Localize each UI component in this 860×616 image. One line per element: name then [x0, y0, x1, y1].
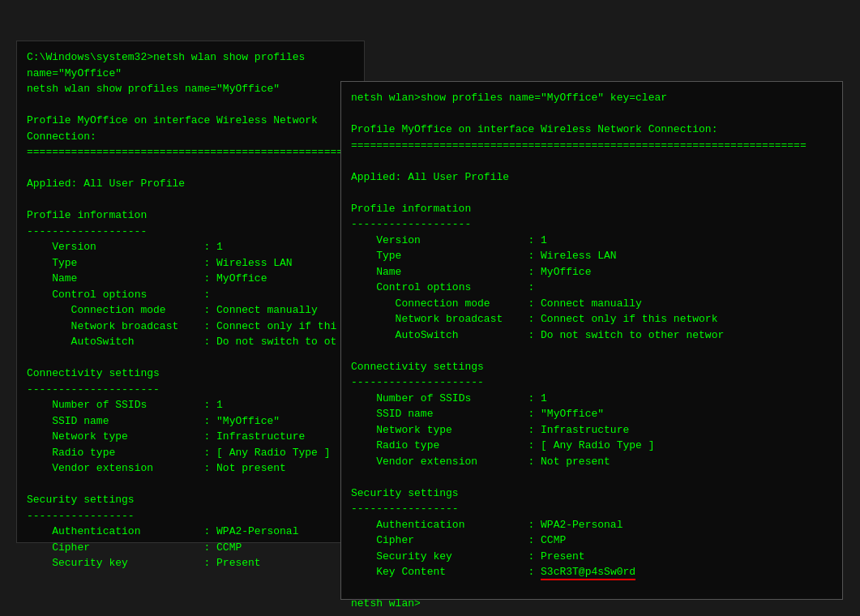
screenshot-container: C:\Windows\system32>netsh wlan show prof… [0, 0, 860, 616]
key-content-value: S3cR3T@p4sSw0rd [541, 566, 635, 580]
terminal-left-content: C:\Windows\system32>netsh wlan show prof… [27, 49, 354, 571]
terminal-right-content: netsh wlan>show profiles name="MyOffice"… [351, 90, 832, 612]
terminal-left: C:\Windows\system32>netsh wlan show prof… [16, 41, 365, 543]
terminal-right: netsh wlan>show profiles name="MyOffice"… [340, 81, 843, 600]
right-line-1: netsh wlan>show profiles name="MyOffice"… [351, 92, 807, 610]
